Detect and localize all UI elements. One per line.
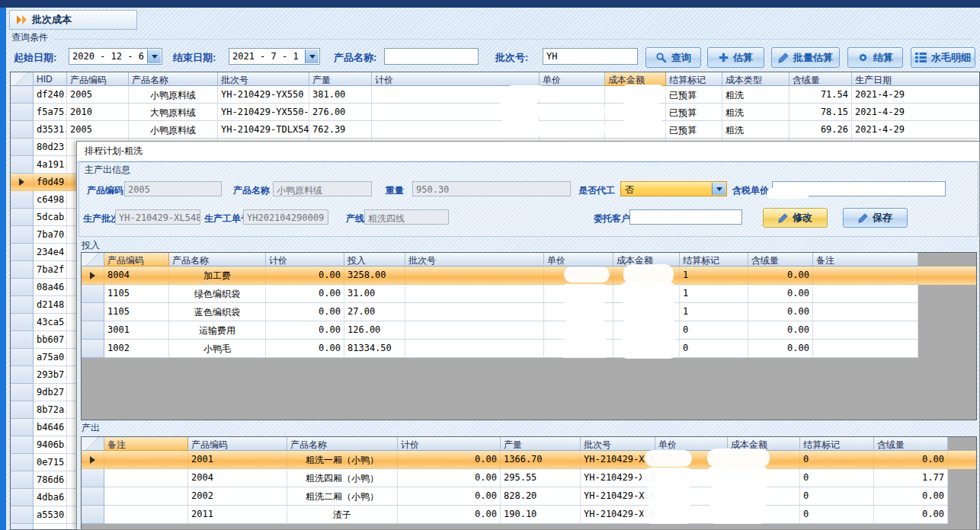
column-header[interactable]: 计价 [398,437,501,451]
column-header[interactable]: 含绒量 [789,72,852,86]
row-selector[interactable] [82,321,104,340]
row-selector[interactable] [11,454,34,471]
row-selector[interactable] [11,121,34,139]
table-row[interactable]: 2002粗洗二厢（小鸭）0.00828.20YH-210429-XL54800.… [82,487,976,506]
table-row[interactable]: 2011渣子0.00190.10YH-210429-XL54800.00 [82,506,976,524]
table-row[interactable]: 3001运输费用0.00126.0000.00 [82,321,976,340]
end-date-picker[interactable]: 2021 - 7 - 1 [229,48,320,65]
row-selector[interactable] [11,156,34,174]
select-all-corner[interactable] [82,437,104,451]
product-name-input[interactable] [384,48,479,65]
client-field[interactable] [629,209,742,225]
column-header[interactable]: 单价 [544,253,613,267]
row-selector[interactable] [82,487,104,506]
table-row[interactable]: 2001粗洗一厢（小鸭）0.001366.70YH-210429-XL54800… [82,451,976,469]
table-row[interactable]: 1105绿色编织袋0.0031.0010.00 [82,285,976,303]
table-row[interactable]: 1105蓝色编织袋0.0027.0010.00 [82,303,976,321]
row-selector[interactable] [82,451,104,469]
column-header[interactable]: 产品名称 [287,437,398,451]
is-outsourced-value: 否 [625,184,634,196]
column-header[interactable]: 产品编码 [67,72,129,86]
column-header[interactable]: 计价 [372,72,540,86]
row-selector[interactable] [11,349,34,366]
row-selector[interactable] [82,506,104,524]
row-selector[interactable] [11,401,34,419]
column-header[interactable]: 产品名称 [129,72,218,86]
settle-button[interactable]: 结算 [847,47,903,68]
column-header[interactable]: 备注 [813,253,918,267]
search-button[interactable]: 查询 [645,47,701,68]
row-selector[interactable] [11,331,34,349]
estimate-button[interactable]: 估算 [707,47,764,68]
row-selector[interactable] [82,285,104,303]
row-selector[interactable] [82,469,104,487]
row-selector[interactable] [11,384,34,401]
water-down-detail-button[interactable]: 水毛明细 [911,47,975,68]
row-selector[interactable] [82,303,104,321]
row-selector[interactable] [11,226,34,244]
row-selector[interactable] [11,314,34,331]
row-selector[interactable] [11,104,34,121]
column-header[interactable]: 计价 [266,253,344,267]
column-header[interactable]: 成本类型 [722,72,789,86]
chevron-down-icon[interactable] [712,183,725,195]
column-header[interactable]: 结算标记 [680,253,748,267]
grid-cell: 78.15 [789,104,852,121]
is-outsourced-select[interactable]: 否 [620,181,727,196]
grid-cell: 粗洗一厢（小鸭） [287,451,398,469]
table-row[interactable]: d3531...2005小鸭原料绒YH-210429-TDLX547762.39… [11,121,979,139]
table-row[interactable]: 1002小鸭毛0.0081334.5000.00 [82,340,976,358]
row-selector[interactable] [82,267,104,285]
row-selector[interactable] [11,86,34,104]
tab-batch-cost[interactable]: 批次成本 [9,10,137,30]
row-selector[interactable] [11,209,34,226]
column-header[interactable]: 含绒量 [748,253,813,267]
select-all-corner[interactable] [11,72,34,86]
grid-cell [405,340,544,358]
column-header[interactable]: 含绒量 [874,437,948,451]
row-selector[interactable] [82,340,104,358]
table-row[interactable]: df240...2005小鸭原料绒YH-210429-YX550381.00已预… [11,86,979,104]
grid-cell [104,506,188,524]
column-header[interactable]: 产品编码 [188,437,287,451]
batch-no-input[interactable] [543,48,638,65]
chevron-down-icon[interactable] [147,49,161,63]
row-selector[interactable] [11,366,34,384]
column-header[interactable]: 单价 [540,72,605,86]
column-header[interactable]: 产品编码 [104,253,169,267]
row-selector[interactable] [11,279,34,296]
table-row[interactable]: 8004加工费0.003258.0010.00 [82,267,976,285]
column-header[interactable]: HID [34,72,67,86]
row-selector[interactable] [11,244,34,261]
column-header[interactable]: 备注 [104,437,188,451]
modify-button-label: 修改 [793,211,812,225]
column-header[interactable]: 结算标记 [800,437,874,451]
row-selector[interactable] [11,524,34,530]
save-button[interactable]: 保存 [843,208,908,228]
select-all-corner[interactable] [82,253,104,267]
row-selector[interactable] [11,174,34,191]
batch-estimate-button[interactable]: 批量估算 [771,47,840,68]
modify-button[interactable]: 修改 [763,208,828,228]
column-header[interactable]: 批次号 [581,437,655,451]
row-selector[interactable] [11,139,34,156]
column-header[interactable]: 生产日期 [852,72,980,86]
column-header[interactable]: 批次号 [218,72,309,86]
table-row[interactable]: 2004粗洗四厢（小鸭）0.00295.55YH-210429-XL54801.… [82,469,976,487]
row-selector[interactable] [11,436,34,454]
column-header[interactable]: 批次号 [405,253,544,267]
column-header[interactable]: 投入 [344,253,405,267]
row-selector[interactable] [11,296,34,314]
row-selector[interactable] [11,489,34,506]
row-selector[interactable] [11,471,34,489]
start-date-picker[interactable]: 2020 - 12 - 6 [69,48,162,65]
column-header[interactable]: 产量 [309,72,372,86]
column-header[interactable]: 结算标记 [666,72,722,86]
row-selector[interactable] [11,506,34,524]
row-selector[interactable] [11,191,34,209]
column-header[interactable]: 产品名称 [169,253,266,267]
chevron-down-icon[interactable] [305,49,319,63]
row-selector[interactable] [11,419,34,436]
column-header[interactable]: 产量 [501,437,581,451]
row-selector[interactable] [11,261,34,279]
